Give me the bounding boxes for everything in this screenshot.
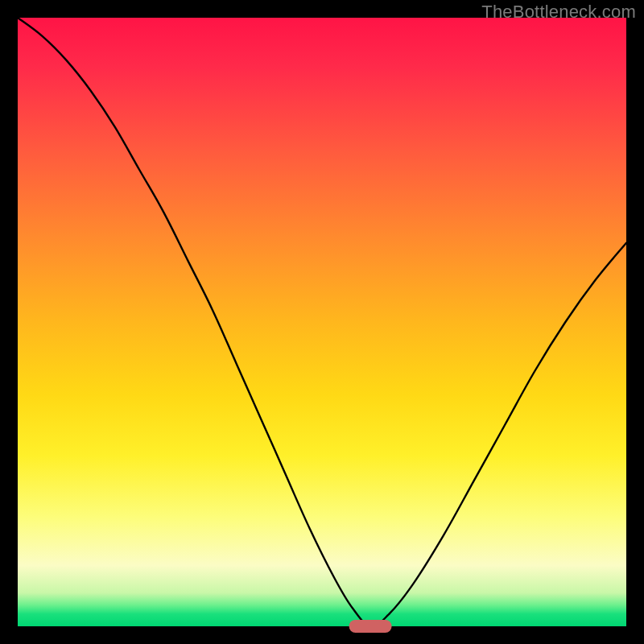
optimum-marker xyxy=(349,620,392,633)
chart-plot-area xyxy=(18,18,626,626)
bottleneck-curve-path xyxy=(18,18,626,626)
chart-frame: TheBottleneck.com xyxy=(0,0,644,644)
bottleneck-curve xyxy=(18,18,626,626)
watermark-text: TheBottleneck.com xyxy=(481,2,636,23)
